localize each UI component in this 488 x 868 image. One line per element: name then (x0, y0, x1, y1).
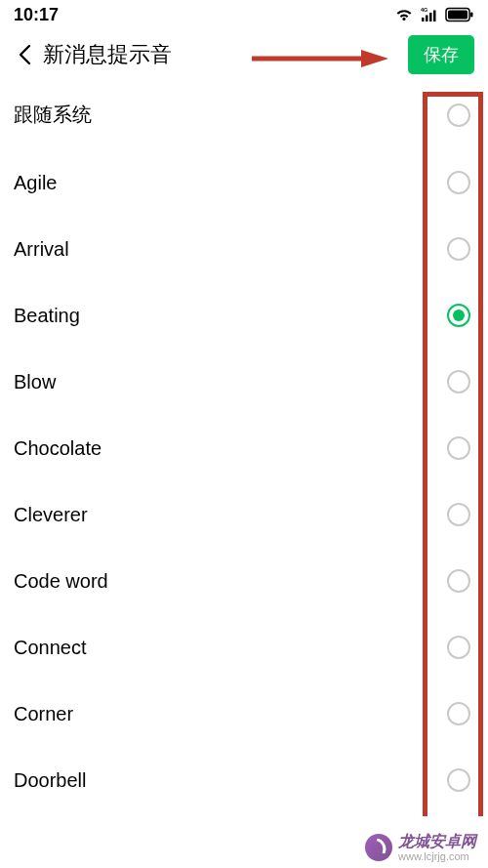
sound-option-label: Cleverer (14, 504, 88, 526)
wifi-icon (394, 7, 414, 22)
sound-option-label: Blow (14, 371, 56, 393)
svg-rect-7 (470, 13, 473, 18)
sound-option-label: 跟随系统 (14, 102, 92, 128)
svg-rect-4 (433, 11, 436, 22)
svg-rect-6 (448, 11, 468, 20)
svg-rect-1 (422, 18, 425, 21)
watermark-text-cn: 龙城安卓网 (398, 833, 476, 850)
svg-rect-3 (429, 13, 432, 21)
header: 新消息提示音 保存 (0, 29, 488, 80)
sound-option[interactable]: Chocolate (0, 415, 488, 481)
signal-icon: 4G (420, 7, 439, 22)
sound-list: 跟随系统AgileArrivalBeatingBlowChocolateClev… (0, 80, 488, 813)
radio-indicator (447, 503, 470, 526)
sound-option[interactable]: Corner (0, 681, 488, 747)
status-bar: 10:17 4G (0, 0, 488, 29)
status-indicators: 4G (394, 7, 474, 22)
radio-indicator (447, 702, 470, 725)
radio-indicator (447, 569, 470, 593)
sound-option-label: Arrival (14, 238, 69, 261)
sound-option-label: Chocolate (14, 437, 102, 460)
save-button[interactable]: 保存 (408, 35, 474, 74)
sound-option[interactable]: Cleverer (0, 481, 488, 548)
sound-option-label: Beating (14, 305, 80, 327)
sound-option[interactable]: Doorbell (0, 747, 488, 813)
page-title: 新消息提示音 (43, 40, 172, 69)
back-button[interactable] (12, 42, 37, 67)
sound-option-label: Corner (14, 703, 73, 725)
radio-indicator (447, 304, 470, 327)
radio-indicator (447, 370, 470, 393)
radio-indicator (447, 237, 470, 261)
sound-option-label: Agile (14, 172, 57, 194)
sound-option[interactable]: Beating (0, 282, 488, 349)
battery-icon (445, 7, 474, 22)
svg-text:4G: 4G (421, 7, 427, 13)
status-time: 10:17 (14, 5, 59, 25)
sound-option[interactable]: Blow (0, 349, 488, 415)
watermark: 龙城安卓网 www.lcjrjg.com (365, 833, 476, 862)
radio-indicator (447, 768, 470, 792)
radio-indicator (447, 436, 470, 460)
watermark-text-en: www.lcjrjg.com (398, 850, 476, 862)
chevron-left-icon (18, 44, 31, 65)
sound-option[interactable]: Connect (0, 614, 488, 681)
radio-indicator (447, 103, 470, 127)
sound-option-label: Code word (14, 570, 108, 593)
svg-rect-2 (426, 16, 428, 22)
sound-option[interactable]: Arrival (0, 216, 488, 282)
radio-indicator (447, 636, 470, 659)
sound-option-label: Connect (14, 637, 87, 659)
sound-option[interactable]: Agile (0, 149, 488, 216)
sound-option[interactable]: Code word (0, 548, 488, 614)
sound-option[interactable]: 跟随系统 (0, 80, 488, 149)
sound-option-label: Doorbell (14, 769, 86, 792)
watermark-icon (365, 834, 392, 861)
radio-indicator (447, 171, 470, 194)
